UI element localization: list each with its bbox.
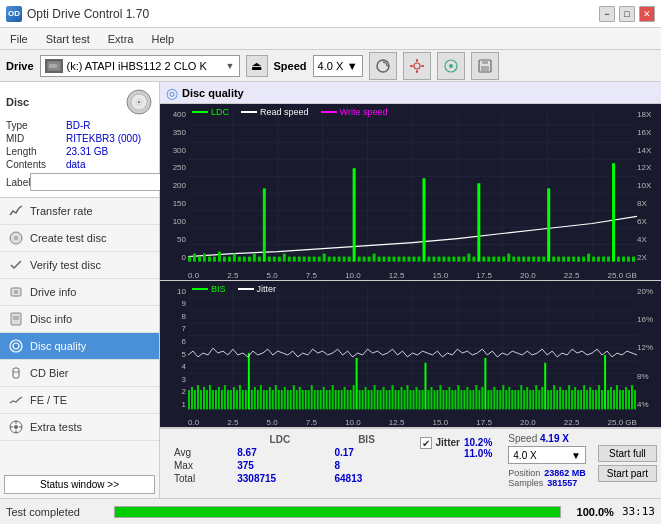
x2-25: 25.0 GB <box>608 418 637 427</box>
drive-info-icon <box>8 284 24 300</box>
svg-rect-276 <box>529 390 531 409</box>
menu-help[interactable]: Help <box>147 32 178 46</box>
svg-rect-310 <box>631 385 633 409</box>
svg-rect-204 <box>314 390 316 409</box>
svg-rect-284 <box>553 385 555 409</box>
svg-rect-163 <box>191 387 193 409</box>
speed-select-arrow: ▼ <box>571 450 581 461</box>
disc-contents-label: Contents <box>6 159 66 170</box>
svg-rect-280 <box>541 387 543 409</box>
position-row: Position 23862 MB <box>508 468 586 478</box>
svg-rect-247 <box>442 390 444 409</box>
bis-color <box>192 288 208 290</box>
drive-select[interactable]: (k:) ATAPI iHBS112 2 CLO K ▼ <box>40 55 240 77</box>
jitter-checkbox[interactable]: ✔ <box>420 437 432 449</box>
menu-file[interactable]: File <box>6 32 32 46</box>
svg-rect-128 <box>557 257 560 262</box>
svg-rect-309 <box>628 390 630 409</box>
sidebar-item-verify-test-disc[interactable]: Verify test disc <box>0 252 159 279</box>
svg-rect-277 <box>532 390 534 409</box>
start-full-button[interactable]: Start full <box>598 445 657 462</box>
disc-contents-value: data <box>66 159 85 170</box>
minimize-button[interactable]: − <box>599 6 615 22</box>
svg-rect-249 <box>448 387 450 409</box>
jitter-color <box>238 288 254 290</box>
chart1-x-axis: 0.0 2.5 5.0 7.5 10.0 12.5 15.0 17.5 20.0… <box>188 271 637 280</box>
svg-rect-188 <box>266 390 268 409</box>
sidebar-item-create-test-disc[interactable]: Create test disc <box>0 225 159 252</box>
disc-quality-title: Disc quality <box>182 87 244 99</box>
status-window-button[interactable]: Status window >> <box>4 475 155 494</box>
x2-2.5: 2.5 <box>227 418 238 427</box>
sidebar-item-transfer-rate[interactable]: Transfer rate <box>0 198 159 225</box>
start-buttons: Start full Start part <box>594 429 661 498</box>
svg-rect-267 <box>502 385 504 409</box>
svg-rect-121 <box>522 257 525 262</box>
disc-label-input[interactable] <box>30 173 163 191</box>
label-avg: Avg <box>168 446 231 459</box>
sidebar-item-fe-te[interactable]: FE / TE <box>0 387 159 414</box>
svg-rect-166 <box>200 390 202 409</box>
menu-start-test[interactable]: Start test <box>42 32 94 46</box>
svg-rect-124 <box>537 257 540 262</box>
eject-button[interactable]: ⏏ <box>246 55 268 77</box>
svg-rect-169 <box>209 385 211 409</box>
y2r-20: 20% <box>637 287 661 296</box>
sidebar-item-extra-tests[interactable]: Extra tests <box>0 414 159 441</box>
svg-rect-304 <box>613 390 615 409</box>
svg-rect-126 <box>547 188 550 261</box>
svg-rect-231 <box>395 390 397 409</box>
svg-rect-87 <box>353 168 356 261</box>
x2-22.5: 22.5 <box>564 418 580 427</box>
svg-rect-186 <box>260 385 262 409</box>
toolbar-settings-button[interactable] <box>403 52 431 80</box>
sidebar-item-disc-info[interactable]: Disc info <box>0 306 159 333</box>
menu-extra[interactable]: Extra <box>104 32 138 46</box>
svg-rect-174 <box>224 385 226 409</box>
svg-rect-286 <box>559 387 561 409</box>
speed-select[interactable]: 4.0 X ▼ <box>313 55 363 77</box>
toolbar-save-button[interactable] <box>471 52 499 80</box>
svg-rect-129 <box>562 257 565 262</box>
svg-rect-97 <box>403 257 406 262</box>
svg-rect-300 <box>601 390 603 409</box>
svg-rect-131 <box>572 257 575 262</box>
status-text: Test completed <box>6 506 106 518</box>
toolbar-refresh-button[interactable] <box>369 52 397 80</box>
legend-read-speed: Read speed <box>241 107 309 117</box>
progress-bar-fill <box>115 507 560 517</box>
svg-rect-63 <box>233 254 236 262</box>
svg-rect-250 <box>451 390 453 409</box>
svg-rect-283 <box>550 390 552 409</box>
toolbar-media-button[interactable] <box>437 52 465 80</box>
svg-rect-73 <box>283 254 286 262</box>
legend-ldc: LDC <box>192 107 229 117</box>
extra-tests-label: Extra tests <box>30 421 82 433</box>
sidebar-item-cd-bier[interactable]: CD Bier <box>0 360 159 387</box>
sidebar-item-drive-info[interactable]: Drive info <box>0 279 159 306</box>
svg-rect-256 <box>469 390 471 409</box>
speed-dropdown[interactable]: 4.0 X ▼ <box>508 446 586 464</box>
svg-rect-168 <box>206 390 208 409</box>
svg-rect-106 <box>447 257 450 262</box>
svg-rect-266 <box>499 390 501 409</box>
svg-rect-260 <box>481 387 483 409</box>
svg-rect-228 <box>386 390 388 409</box>
nav-items: Transfer rate Create test disc Verify te… <box>0 198 159 471</box>
y1-label-350: 350 <box>160 128 188 137</box>
svg-rect-58 <box>208 257 211 262</box>
svg-rect-189 <box>269 387 271 409</box>
start-part-button[interactable]: Start part <box>598 465 657 482</box>
sidebar-item-disc-quality[interactable]: Disc quality <box>0 333 159 360</box>
svg-rect-306 <box>619 390 621 409</box>
th-ldc: LDC <box>231 433 328 446</box>
stats-table-section: LDC BIS Avg 8.67 0.17 Max 375 8 Total <box>160 429 412 498</box>
close-button[interactable]: ✕ <box>639 6 655 22</box>
drive-label: Drive <box>6 60 34 72</box>
disc-contents-row: Contents data <box>6 159 153 170</box>
create-test-disc-label: Create test disc <box>30 232 106 244</box>
svg-rect-83 <box>333 257 336 262</box>
maximize-button[interactable]: □ <box>619 6 635 22</box>
svg-rect-200 <box>302 390 304 409</box>
svg-rect-291 <box>574 387 576 409</box>
